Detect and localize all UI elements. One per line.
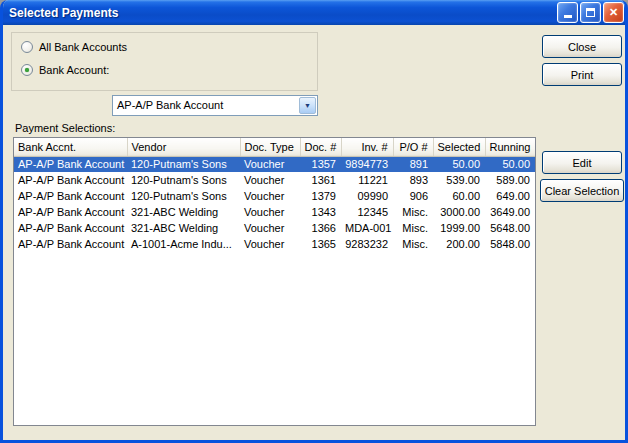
table-cell: AP-A/P Bank Account: [14, 172, 127, 188]
edit-button[interactable]: Edit: [542, 151, 622, 174]
table-cell: 9283232: [341, 236, 393, 252]
bank-account-selected-value: AP-A/P Bank Account: [117, 99, 223, 111]
radio-bank-icon[interactable]: [21, 64, 33, 76]
table-cell: 1366: [300, 220, 341, 236]
table-cell: 1357: [300, 156, 341, 172]
minimize-icon: [564, 15, 572, 18]
table-cell: 589.00: [485, 172, 535, 188]
table-cell: AP-A/P Bank Account: [14, 236, 127, 252]
radio-bank-label: Bank Account:: [39, 64, 109, 76]
table-body: AP-A/P Bank Account120-Putnam's SonsVouc…: [14, 156, 535, 252]
table-cell: 321-ABC Welding: [127, 204, 240, 220]
table-cell: 1343: [300, 204, 341, 220]
payments-table-container: Bank Accnt.VendorDoc. TypeDoc. #Inv. #P/…: [13, 137, 536, 426]
radio-all-icon[interactable]: [21, 41, 33, 53]
column-header[interactable]: Bank Accnt.: [14, 138, 127, 156]
table-cell: 906: [393, 188, 433, 204]
table-cell: 1999.00: [433, 220, 485, 236]
table-cell: 893: [393, 172, 433, 188]
radio-all-label: All Bank Accounts: [39, 41, 127, 53]
table-cell: 09990: [341, 188, 393, 204]
chevron-down-icon[interactable]: ▼: [299, 97, 316, 114]
table-row[interactable]: AP-A/P Bank Account120-Putnam's SonsVouc…: [14, 156, 535, 172]
table-cell: 50.00: [485, 156, 535, 172]
bank-account-combobox[interactable]: AP-A/P Bank Account ▼: [112, 95, 318, 116]
table-row[interactable]: AP-A/P Bank Account120-Putnam's SonsVouc…: [14, 188, 535, 204]
table-cell: MDA-001: [341, 220, 393, 236]
table-cell: Misc.: [393, 220, 433, 236]
table-cell: 5848.00: [485, 236, 535, 252]
table-cell: 891: [393, 156, 433, 172]
table-cell: 321-ABC Welding: [127, 220, 240, 236]
column-header[interactable]: Doc. #: [300, 138, 341, 156]
table-cell: 1365: [300, 236, 341, 252]
table-cell: 120-Putnam's Sons: [127, 188, 240, 204]
table-cell: Misc.: [393, 236, 433, 252]
table-cell: AP-A/P Bank Account: [14, 204, 127, 220]
table-cell: 649.00: [485, 188, 535, 204]
table-cell: 12345: [341, 204, 393, 220]
maximize-icon: [586, 8, 595, 17]
table-cell: Voucher: [240, 156, 300, 172]
maximize-button[interactable]: [580, 2, 601, 23]
payments-table: Bank Accnt.VendorDoc. TypeDoc. #Inv. #P/…: [14, 138, 536, 252]
table-cell: 50.00: [433, 156, 485, 172]
column-header[interactable]: P/O #: [393, 138, 433, 156]
table-cell: 120-Putnam's Sons: [127, 172, 240, 188]
table-row[interactable]: AP-A/P Bank Account321-ABC WeldingVouche…: [14, 204, 535, 220]
payment-selections-label: Payment Selections:: [15, 122, 115, 134]
table-cell: 1379: [300, 188, 341, 204]
close-window-button[interactable]: ✕: [603, 2, 624, 23]
column-header[interactable]: Vendor: [127, 138, 240, 156]
close-button[interactable]: Close: [542, 35, 622, 58]
titlebar[interactable]: Selected Payments ✕: [0, 0, 628, 25]
table-cell: 539.00: [433, 172, 485, 188]
column-header[interactable]: Selected: [433, 138, 485, 156]
radio-all-bank-accounts[interactable]: All Bank Accounts: [21, 41, 127, 53]
bank-account-groupbox: All Bank Accounts Bank Account: AP-A/P B…: [11, 32, 318, 91]
table-row[interactable]: AP-A/P Bank AccountA-1001-Acme Indu...Vo…: [14, 236, 535, 252]
column-header[interactable]: Inv. #: [341, 138, 393, 156]
table-cell: Voucher: [240, 172, 300, 188]
dialog-window: Selected Payments ✕ All Bank Accounts Ba…: [0, 0, 628, 443]
column-header[interactable]: Doc. Type: [240, 138, 300, 156]
table-cell: Voucher: [240, 204, 300, 220]
table-cell: AP-A/P Bank Account: [14, 156, 127, 172]
table-cell: 9894773: [341, 156, 393, 172]
table-cell: 200.00: [433, 236, 485, 252]
table-cell: 60.00: [433, 188, 485, 204]
table-cell: 11221: [341, 172, 393, 188]
table-cell: Misc.: [393, 204, 433, 220]
radio-bank-account[interactable]: Bank Account:: [21, 64, 109, 76]
table-cell: 120-Putnam's Sons: [127, 156, 240, 172]
column-header[interactable]: Running: [485, 138, 535, 156]
table-row[interactable]: AP-A/P Bank Account321-ABC WeldingVouche…: [14, 220, 535, 236]
table-header-row: Bank Accnt.VendorDoc. TypeDoc. #Inv. #P/…: [14, 138, 535, 156]
table-cell: Voucher: [240, 236, 300, 252]
window-controls: ✕: [557, 2, 624, 23]
table-cell: 3000.00: [433, 204, 485, 220]
table-cell: 5648.00: [485, 220, 535, 236]
table-cell: A-1001-Acme Indu...: [127, 236, 240, 252]
table-cell: Voucher: [240, 220, 300, 236]
clear-selection-button[interactable]: Clear Selection: [540, 179, 624, 202]
table-cell: 3649.00: [485, 204, 535, 220]
print-button[interactable]: Print: [542, 63, 622, 86]
window-title: Selected Payments: [9, 6, 557, 20]
minimize-button[interactable]: [557, 2, 578, 23]
table-row[interactable]: AP-A/P Bank Account120-Putnam's SonsVouc…: [14, 172, 535, 188]
table-cell: AP-A/P Bank Account: [14, 188, 127, 204]
close-icon: ✕: [609, 7, 618, 18]
table-cell: 1361: [300, 172, 341, 188]
table-cell: AP-A/P Bank Account: [14, 220, 127, 236]
table-cell: Voucher: [240, 188, 300, 204]
